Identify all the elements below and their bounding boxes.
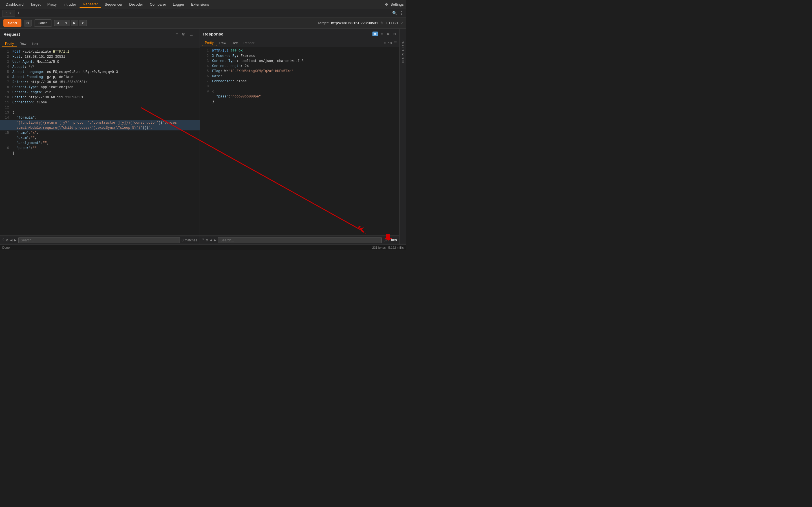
target-url: http://138.68.151.223:30531: [331, 21, 378, 25]
request-line: 12: [0, 105, 200, 110]
response-settings-icon[interactable]: ⚙: [394, 32, 396, 36]
response-header-row: Response ▦ ≡ ⊞ ⚙: [200, 29, 400, 39]
edit-target-icon[interactable]: ✎: [380, 21, 384, 25]
status-done: Done: [2, 246, 10, 249]
menu-right: ⚙ Settings: [385, 2, 404, 6]
request-more-icon[interactable]: ☰: [188, 32, 194, 37]
request-line: "exam":"",: [0, 135, 200, 140]
response-matches-suffix: hes: [391, 238, 397, 242]
request-bottom-settings-icon[interactable]: ⚙: [6, 238, 8, 242]
request-line: 14 "formula":: [0, 115, 200, 120]
settings-icon[interactable]: ⚙: [385, 2, 388, 6]
help-icon[interactable]: ?: [401, 21, 403, 25]
response-bottom-bar: ? ⚙ ◀ ▶ 0 m hes: [200, 235, 400, 244]
status-bytes: 231 bytes | 5,122 millis: [372, 246, 404, 249]
more-icon[interactable]: ⋮: [399, 10, 404, 16]
menu-dashboard[interactable]: Dashboard: [2, 1, 27, 8]
response-tab-pretty[interactable]: Pretty: [202, 40, 216, 46]
request-line-payload2: s.mainModule.require(\"child_process\").…: [0, 125, 200, 130]
request-code-area[interactable]: 1 POST /api/calculate HTTP/1.1 2 Host: 1…: [0, 48, 200, 235]
menu-target[interactable]: Target: [27, 1, 44, 8]
menu-logger[interactable]: Logger: [169, 1, 188, 8]
response-search-input[interactable]: [218, 237, 382, 243]
request-line: 2 Host: 138.68.151.223:30531: [0, 54, 200, 59]
http-version[interactable]: HTTP/1: [386, 21, 398, 25]
request-line: 8 Content-Type: application/json: [0, 85, 200, 90]
request-tab-hex[interactable]: Hex: [29, 41, 41, 47]
response-line: 7 Connection: close: [200, 79, 400, 84]
nav-buttons: ◀ ▼ ▶ ▼: [54, 20, 87, 26]
request-line: 13 {: [0, 110, 200, 115]
tab-1[interactable]: 1 ×: [2, 10, 15, 17]
response-tab-raw[interactable]: Raw: [216, 40, 229, 46]
response-bottom-help-icon[interactable]: ?: [202, 238, 204, 242]
request-line: }: [0, 151, 200, 156]
request-line: 5 Accept-Language: es-ES,es;q=0.8,en-US;…: [0, 69, 200, 75]
menu-sequencer[interactable]: Sequencer: [101, 1, 126, 8]
response-code-area[interactable]: 1 HTTP/1.1 200 OK 2 X-Powered-By: Expres…: [200, 47, 400, 235]
response-tabs-row: Pretty Raw Hex Render ≡ \n ☰: [200, 39, 400, 47]
tab-1-close[interactable]: ×: [10, 11, 11, 15]
response-line: 2 X-Powered-By: Express: [200, 54, 400, 59]
menu-repeater[interactable]: Repeater: [80, 1, 101, 8]
request-nav-back[interactable]: ◀: [10, 238, 12, 242]
cancel-button[interactable]: Cancel: [34, 19, 52, 27]
request-format-icon[interactable]: ≡: [175, 32, 179, 37]
request-matches-badge: 0 matches: [182, 238, 197, 242]
response-newline-icon[interactable]: \n: [388, 41, 392, 45]
request-line: 7 Referer: http://138.68.151.223:30531/: [0, 80, 200, 85]
response-more-icon[interactable]: ☰: [394, 41, 397, 45]
response-line: 4 Content-Length: 24: [200, 64, 400, 69]
tab-add-button[interactable]: +: [15, 10, 22, 17]
response-line: 9 {: [200, 89, 400, 94]
response-line: 5 ETag: W/"18-ZXdW5atsgXfMyTq2afibUFs5TX…: [200, 69, 400, 74]
toolbar: Send ⚙ Cancel ◀ ▼ ▶ ▼ Target: http://138…: [0, 17, 406, 29]
request-newline-icon[interactable]: \n: [181, 32, 187, 37]
response-bottom-settings-icon[interactable]: ⚙: [206, 238, 208, 242]
request-nav-forward[interactable]: ▶: [14, 238, 16, 242]
request-bottom-help-icon[interactable]: ?: [2, 238, 4, 242]
response-tab-render[interactable]: Render: [241, 40, 257, 46]
settings-label[interactable]: Settings: [391, 2, 404, 6]
menu-proxy[interactable]: Proxy: [44, 1, 60, 8]
response-matches-badge: 0 m: [384, 238, 389, 242]
search-icon[interactable]: 🔍: [392, 11, 397, 15]
tab-bar: 1 × + 🔍 ⋮: [0, 9, 406, 17]
request-line: "assignment":"",: [0, 140, 200, 146]
send-options-button[interactable]: ⚙: [24, 20, 32, 26]
request-line: 1 POST /api/calculate HTTP/1.1: [0, 49, 200, 54]
nav-back-dropdown[interactable]: ▼: [62, 20, 70, 26]
request-panel-header: Request ≡ \n ☰: [0, 29, 200, 40]
request-panel: Request ≡ \n ☰ Pretty Raw Hex 1 POST /ap…: [0, 29, 200, 244]
response-view-icon3[interactable]: ⊞: [386, 31, 391, 37]
request-search-input[interactable]: [18, 237, 180, 243]
response-nav-forward[interactable]: ▶: [214, 238, 216, 242]
menu-intruder[interactable]: Intruder: [60, 1, 80, 8]
nav-back-button[interactable]: ◀: [54, 20, 61, 26]
response-tab-hex[interactable]: Hex: [229, 40, 241, 46]
request-tab-pretty[interactable]: Pretty: [2, 41, 17, 47]
response-line: 1 HTTP/1.1 200 OK: [200, 48, 400, 54]
request-line: 15 "name":"x",: [0, 130, 200, 135]
response-panel: Response ▦ ≡ ⊞ ⚙ Pretty Raw Hex Render ≡…: [200, 29, 400, 244]
response-line-pass: "pass":"nooo00oo000pe": [200, 94, 400, 99]
request-panel-toolbar: ≡ \n ☰: [172, 31, 196, 38]
menu-extensions[interactable]: Extensions: [188, 1, 213, 8]
menu-decoder[interactable]: Decoder: [126, 1, 146, 8]
menu-bar: Dashboard Target Proxy Intruder Repeater…: [0, 0, 406, 9]
request-tab-raw[interactable]: Raw: [17, 41, 29, 47]
response-nav-back[interactable]: ◀: [210, 238, 212, 242]
response-view-icon1[interactable]: ▦: [372, 32, 378, 36]
response-line: 8: [200, 84, 400, 89]
response-line: 6 Date:: [200, 74, 400, 79]
request-line: 10 Origin: http://138.68.151.223:30531: [0, 95, 200, 100]
nav-forward-dropdown[interactable]: ▼: [79, 20, 87, 26]
menu-comparer[interactable]: Comparer: [146, 1, 169, 8]
nav-forward-button[interactable]: ▶: [71, 20, 78, 26]
request-tabs-row: Pretty Raw Hex: [0, 40, 200, 48]
response-view-icon2[interactable]: ≡: [379, 31, 385, 37]
request-title: Request: [3, 32, 20, 37]
response-format-icon[interactable]: ≡: [384, 41, 386, 45]
tab-right-controls: 🔍 ⋮: [392, 10, 404, 16]
send-button[interactable]: Send: [3, 19, 21, 27]
